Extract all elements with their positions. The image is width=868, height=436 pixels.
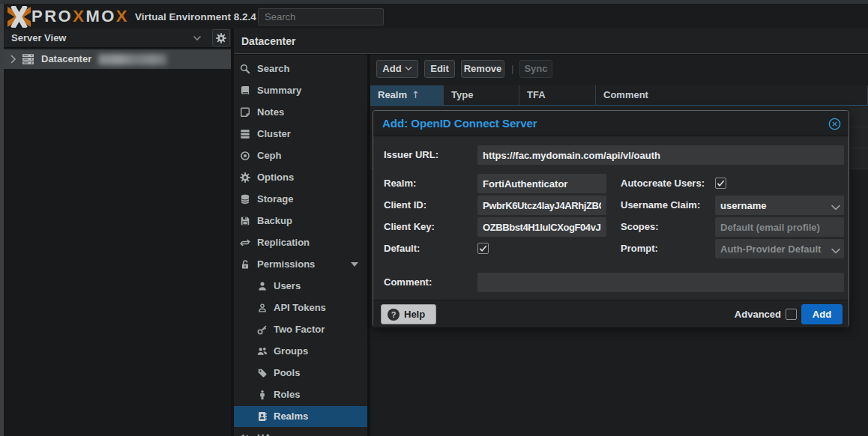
chevron-down-icon: [405, 66, 412, 71]
scopes-input[interactable]: [715, 217, 844, 237]
sidebar-item-ceph[interactable]: Ceph: [234, 145, 367, 166]
ceph-icon: [240, 151, 250, 161]
sidebar-item-label: Search: [257, 58, 289, 79]
sync-button[interactable]: Sync: [519, 60, 552, 78]
tree-settings-button[interactable]: [212, 29, 230, 46]
realms-toolbar: Add Edit Remove | Sync: [370, 55, 868, 82]
realm-label: Realm:: [384, 174, 416, 193]
page-title: Datacenter: [241, 28, 295, 54]
remove-button[interactable]: Remove: [461, 60, 504, 78]
redacted-node-name: [98, 54, 167, 65]
tree-node-datacenter[interactable]: Datacenter: [4, 49, 231, 69]
sidebar-item-label: Roles: [274, 384, 300, 405]
sidebar-item-label: Users: [274, 276, 301, 297]
issuer-url-label: Issuer URL:: [384, 145, 438, 165]
issuer-url-input[interactable]: [477, 145, 844, 165]
sidebar-item-search[interactable]: Search: [234, 58, 367, 79]
book-icon: [240, 85, 250, 96]
sidebar-item-users[interactable]: Users: [234, 276, 367, 297]
server-icon: [22, 53, 34, 65]
autocreate-users-checkbox[interactable]: [715, 178, 726, 189]
column-header-realm[interactable]: Realm↑: [370, 85, 444, 105]
sidebar-item-pools[interactable]: Pools: [234, 363, 367, 384]
username-claim-combo[interactable]: [715, 196, 844, 215]
ha-icon: [240, 433, 250, 436]
sidebar-item-two-factor[interactable]: Two Factor: [234, 319, 367, 340]
sidebar-item-realms[interactable]: Realms: [234, 406, 367, 427]
sidebar-item-api-tokens[interactable]: API Tokens: [234, 297, 367, 318]
sidebar-item-label: HA: [257, 428, 271, 436]
prompt-label: Prompt:: [621, 239, 658, 258]
caret-down-icon: [351, 262, 358, 267]
sidebar-item-notes[interactable]: Notes: [234, 102, 367, 123]
sidebar-item-groups[interactable]: Groups: [234, 341, 367, 362]
toolbar-separator: |: [511, 61, 513, 76]
comment-input[interactable]: [477, 273, 844, 292]
content-titlebar: Datacenter: [234, 28, 868, 54]
sidebar-item-ha[interactable]: HA: [234, 428, 367, 436]
advanced-label: Advanced: [735, 304, 781, 324]
add-button[interactable]: Add: [376, 60, 418, 78]
add-submit-button[interactable]: Add: [801, 304, 843, 324]
client-id-input[interactable]: [477, 196, 606, 215]
sidebar-item-label: Ceph: [257, 145, 282, 166]
sidebar-item-label: Cluster: [257, 124, 291, 145]
sidebar-item-roles[interactable]: Roles: [234, 384, 367, 405]
help-button[interactable]: ? Help: [381, 304, 436, 324]
sidebar-item-cluster[interactable]: Cluster: [234, 124, 367, 145]
question-icon: ?: [388, 309, 400, 321]
user-o-icon: [257, 303, 268, 313]
sidebar-item-label: Pools: [274, 363, 300, 384]
default-checkbox[interactable]: [477, 243, 489, 254]
check-icon: [479, 244, 487, 252]
column-header-type[interactable]: Type: [444, 85, 519, 105]
sidebar-item-label: Realms: [274, 406, 308, 427]
check-icon: [717, 179, 725, 187]
realm-input[interactable]: [477, 174, 606, 193]
close-icon[interactable]: [828, 118, 841, 130]
sidebar-item-replication[interactable]: Replication: [234, 232, 367, 253]
global-search-input[interactable]: [258, 8, 384, 25]
database-icon: [240, 194, 250, 205]
sidebar-item-label: Two Factor: [274, 319, 325, 340]
cluster-icon: [240, 129, 250, 139]
sidebar-item-label: Storage: [257, 189, 293, 210]
sidebar-item-label: Backup: [257, 211, 292, 231]
users-icon: [257, 346, 268, 357]
scopes-label: Scopes:: [621, 217, 659, 237]
unlock-icon: [240, 259, 250, 270]
sort-ascending-icon: ↑: [412, 89, 420, 100]
sidebar-item-label: Notes: [257, 102, 284, 123]
sidebar-item-storage[interactable]: Storage: [234, 189, 367, 210]
expander-chevron-right-icon[interactable]: [10, 54, 16, 64]
client-key-input[interactable]: [477, 217, 606, 237]
gear-icon: [216, 33, 226, 43]
sidebar-item-permissions[interactable]: Permissions: [234, 254, 367, 275]
sidebar-item-label: API Tokens: [274, 297, 326, 318]
replication-icon: [240, 237, 250, 248]
dialog-footer: ? Help Advanced Add: [373, 300, 849, 327]
sidebar-item-label: Summary: [257, 80, 301, 101]
realms-table-header: Realm↑TypeTFAComment: [370, 85, 868, 106]
column-header-comment[interactable]: Comment: [596, 85, 868, 105]
chevron-down-icon: [193, 35, 202, 41]
view-selector-label: Server View: [11, 28, 66, 48]
male-icon: [257, 390, 268, 400]
tree-node-label: Datacenter: [41, 49, 91, 69]
sidebar-item-backup[interactable]: Backup: [234, 211, 367, 231]
username-claim-label: Username Claim:: [621, 196, 700, 215]
add-openid-dialog: Add: OpenID Connect Server Issuer URL: R…: [373, 110, 849, 327]
edit-button[interactable]: Edit: [424, 60, 455, 78]
dialog-titlebar: Add: OpenID Connect Server: [373, 111, 849, 136]
note-icon: [240, 107, 250, 118]
view-selector[interactable]: Server View: [4, 28, 231, 48]
dialog-body: Issuer URL: Realm: Client ID: Client Key…: [373, 137, 849, 299]
sidebar-item-label: Options: [257, 167, 294, 188]
advanced-checkbox[interactable]: [786, 309, 797, 320]
column-header-tfa[interactable]: TFA: [519, 85, 596, 105]
key-icon: [257, 324, 268, 335]
prompt-combo[interactable]: [715, 239, 844, 258]
tag-icon: [257, 368, 268, 378]
sidebar-item-options[interactable]: Options: [234, 167, 367, 188]
sidebar-item-summary[interactable]: Summary: [234, 80, 367, 101]
